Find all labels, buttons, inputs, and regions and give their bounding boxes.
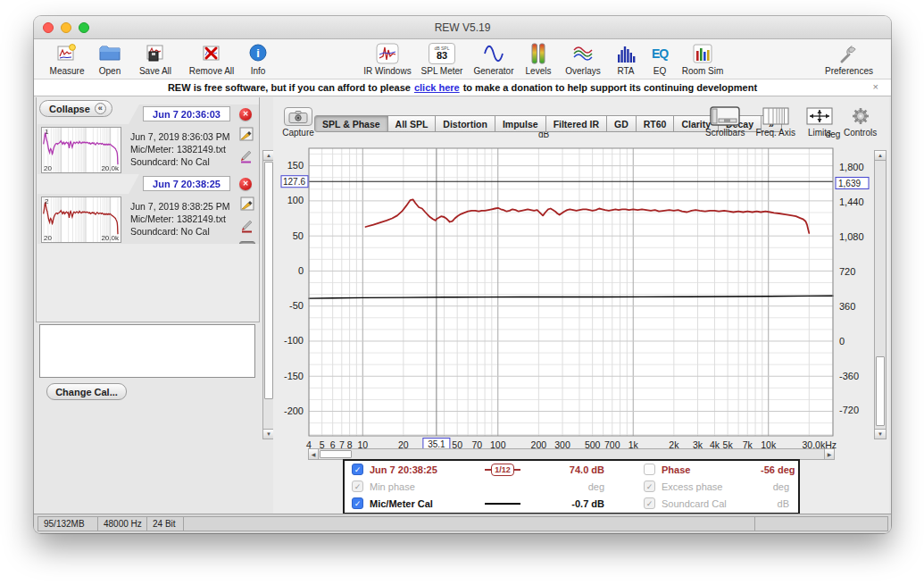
- graph-panel-buttons: Scrollbars Freq. Axis: [705, 105, 877, 138]
- tab-spl-phase[interactable]: SPL & Phase: [314, 115, 388, 132]
- graph-panel: Capture dB deg SPL & Phase All SPL Disto…: [273, 97, 889, 514]
- min-phase-checkbox[interactable]: ✓: [352, 481, 363, 492]
- phase-trace-checkbox[interactable]: [644, 464, 655, 475]
- legend-row-minphase: ✓ Min phase deg ✓ Excess phase deg: [345, 478, 798, 495]
- smoothing-indicator[interactable]: 1/12: [485, 464, 520, 476]
- toolbar-group-left: Measure Open Save All: [46, 42, 271, 76]
- donation-link[interactable]: click here: [414, 82, 460, 93]
- svg-text:35.1: 35.1: [428, 439, 445, 449]
- tab-all-spl[interactable]: All SPL: [387, 115, 437, 132]
- scrollbars-button[interactable]: Scrollbars: [705, 105, 745, 138]
- banner-text-before: REW is free software, but if you can aff…: [168, 82, 411, 93]
- ir-windows-button[interactable]: IR Windows: [362, 42, 412, 76]
- save-all-button[interactable]: Save All: [132, 42, 179, 76]
- scroll-left-icon[interactable]: ◀: [309, 449, 319, 459]
- spl-trace-label: Jun 7 20:38:25: [363, 464, 467, 475]
- scrollbar-thumb[interactable]: [320, 450, 352, 458]
- excess-phase-checkbox[interactable]: ✓: [644, 481, 655, 492]
- measurement-notes-area[interactable]: [39, 324, 255, 378]
- rta-button[interactable]: RTA: [611, 42, 641, 76]
- scroll-right-icon[interactable]: ▶: [824, 449, 834, 459]
- open-button[interactable]: Open: [93, 42, 127, 76]
- generator-button[interactable]: Generator: [471, 42, 516, 76]
- eq-button[interactable]: EQ EQ: [646, 42, 673, 76]
- soundcard-cal-unit: dB: [761, 498, 798, 509]
- svg-text:150: 150: [287, 160, 304, 171]
- room-sim-icon: [691, 42, 714, 65]
- overlays-button[interactable]: Overlays: [561, 42, 605, 76]
- capture-button[interactable]: Capture: [279, 107, 318, 138]
- sample-rate-status: 48000 Hz: [97, 516, 147, 531]
- title-bar: REW V5.19: [34, 16, 891, 39]
- edit-notes-button[interactable]: [239, 127, 254, 145]
- trace-colour-button[interactable]: [239, 149, 254, 167]
- preferences-button[interactable]: Preferences: [823, 42, 875, 76]
- scrollbar-thumb[interactable]: [264, 162, 273, 399]
- delete-measurement-button[interactable]: ✕: [239, 108, 252, 121]
- freq-axis-button[interactable]: Freq. Axis: [755, 105, 795, 138]
- tab-filtered-ir[interactable]: Filtered IR: [545, 115, 607, 132]
- info-button[interactable]: i Info: [245, 42, 271, 76]
- collapse-sidebar-button[interactable]: Collapse «: [39, 100, 112, 117]
- measurement-name-input[interactable]: [143, 106, 230, 121]
- mic-meter-cal-label: Mic/Meter Cal: [363, 498, 467, 509]
- status-spacer: [183, 516, 755, 531]
- controls-button[interactable]: Controls: [844, 105, 877, 138]
- svg-text:-360: -360: [839, 371, 859, 381]
- measurement-thumbnail: 1 20 20.0k: [41, 127, 121, 173]
- ir-windows-icon: [375, 42, 400, 65]
- svg-text:50: 50: [293, 230, 304, 241]
- levels-button[interactable]: Levels: [521, 42, 555, 76]
- scroll-down-icon[interactable]: ▼: [875, 429, 886, 439]
- soundcard-cal-checkbox[interactable]: ✓: [644, 497, 655, 509]
- min-phase-label: Min phase: [363, 481, 467, 492]
- trace-colour-button[interactable]: [240, 219, 254, 237]
- delete-measurement-button[interactable]: ✕: [239, 178, 252, 190]
- measure-button[interactable]: Measure: [46, 42, 87, 76]
- banner-text-after: to make a donation to help support its c…: [463, 82, 757, 93]
- limits-button[interactable]: Limits: [806, 105, 833, 138]
- scrollbar-thumb[interactable]: [876, 356, 885, 426]
- svg-text:-200: -200: [284, 405, 304, 416]
- measure-icon: [56, 42, 78, 65]
- change-cal-button[interactable]: Change Cal...: [46, 383, 127, 400]
- tab-distortion[interactable]: Distortion: [435, 115, 495, 132]
- memory-status: 95/132MB: [37, 516, 98, 531]
- phase-cursor-value: -56 deg: [761, 464, 804, 475]
- measurement-timestamp: Jun 7, 2019 8:38:25 PM: [130, 200, 230, 213]
- scroll-up-icon[interactable]: ▲: [875, 151, 886, 161]
- tab-rt60[interactable]: RT60: [636, 115, 675, 132]
- measurement-name-input[interactable]: [143, 176, 230, 191]
- excess-phase-label: Excess phase: [655, 481, 761, 492]
- limits-icon: [806, 105, 833, 127]
- svg-text:-50: -50: [289, 300, 304, 311]
- remove-all-button[interactable]: Remove All: [184, 42, 239, 76]
- spl-meter-button[interactable]: dB SPL83 SPL Meter: [418, 42, 466, 76]
- spl-phase-chart[interactable]: 150100500-50-100-150-2001,8001,4401,0807…: [280, 143, 882, 461]
- measurement-thumbnail: 2 20 20.0k: [41, 196, 121, 243]
- spl-trace-checkbox[interactable]: ✓: [352, 464, 363, 475]
- toolbar-group-middle: IR Windows dB SPL83 SPL Meter Generator: [362, 42, 727, 76]
- room-sim-button[interactable]: Room Sim: [678, 42, 727, 76]
- mic-meter-cal-value: -0.7 dB: [538, 498, 604, 509]
- controls-gear-icon: [851, 105, 870, 127]
- overlays-icon: [571, 42, 595, 65]
- status-bar: 95/132MB 48000 Hz 24 Bit: [34, 514, 891, 533]
- chart-v-scrollbar[interactable]: ▲ ▼: [874, 150, 887, 439]
- measurement-info: Jun 7, 2019 8:38:25 PM Mic/Meter: 138214…: [130, 200, 230, 238]
- measurement-soundcard-cal: Soundcard: No Cal: [130, 225, 230, 238]
- tab-impulse[interactable]: Impulse: [495, 115, 546, 132]
- collapse-chevrons-icon: «: [95, 103, 106, 114]
- edit-notes-button[interactable]: [240, 196, 254, 214]
- tab-gd[interactable]: GD: [606, 115, 637, 132]
- svg-text:1,080: 1,080: [839, 231, 864, 242]
- svg-text:1,639: 1,639: [838, 179, 861, 188]
- banner-close-icon[interactable]: ×: [873, 81, 878, 92]
- delete-x-icon: ✕: [243, 180, 249, 188]
- bit-depth-status: 24 Bit: [146, 516, 184, 531]
- soundcard-cal-label: Soundcard Cal: [655, 498, 761, 509]
- remove-all-icon: [201, 42, 222, 65]
- measurement-timestamp: Jun 7, 2019 8:36:03 PM: [130, 130, 230, 143]
- mic-meter-cal-checkbox[interactable]: ✓: [352, 497, 363, 509]
- levels-icon: [529, 42, 547, 65]
